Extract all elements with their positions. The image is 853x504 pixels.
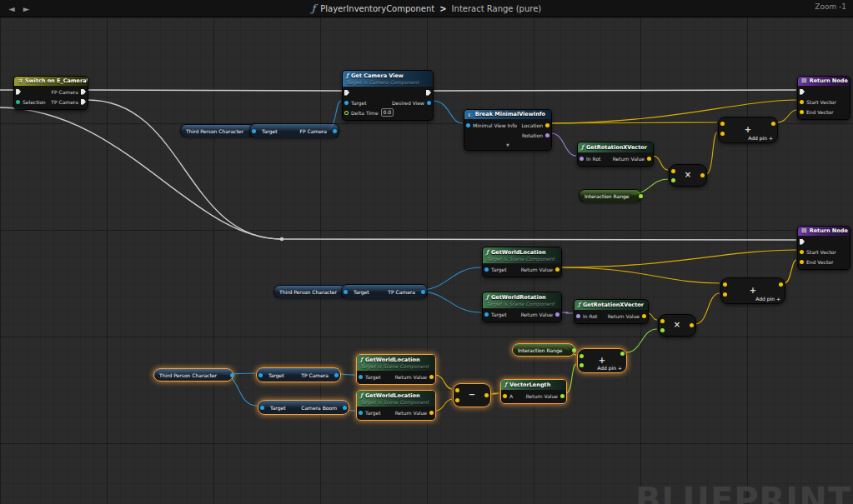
pin-object[interactable] (334, 373, 339, 377)
node-return-node-top[interactable]: ▤Return NodeStart VectorEnd Vector (797, 76, 850, 120)
collapse-arrow-icon[interactable]: ▼ (464, 142, 551, 150)
pin-object[interactable] (344, 101, 349, 105)
pin-exec-icon[interactable] (426, 90, 431, 96)
node-get-fp-camera[interactable]: TargetFP Camera (249, 123, 339, 138)
pin-vector[interactable] (660, 319, 665, 323)
pin-exec-icon[interactable] (800, 89, 805, 95)
pin-object[interactable] (252, 129, 256, 133)
back-icon[interactable]: ◄ (8, 4, 15, 13)
node-get-world-location-mid[interactable]: ƒGetWorldLocationTarget is Scene Compone… (482, 247, 562, 277)
pin-vector[interactable] (545, 123, 549, 127)
pin-vector[interactable] (455, 388, 459, 392)
pin-vector[interactable] (800, 100, 804, 104)
pin-float[interactable] (671, 178, 675, 182)
pin-vector[interactable] (700, 173, 705, 177)
pin-float[interactable] (620, 352, 625, 356)
pin-object[interactable] (230, 373, 234, 377)
add-pin-button[interactable]: Add pin + (597, 365, 622, 371)
node-add-float-selected[interactable]: +Add pin + (577, 348, 627, 373)
pin-exec-icon[interactable] (800, 239, 805, 245)
node-get-rotation-x-vector-bottom[interactable]: ƒGetRotationXVectorIn RotReturn Value (574, 299, 649, 324)
node-get-world-location-1[interactable]: ƒGetWorldLocationTarget is Scene Compone… (356, 354, 436, 385)
pin-vector[interactable] (484, 393, 489, 397)
node-get-camera-view[interactable]: ƒGet Camera ViewTarget is Camera Compone… (342, 70, 434, 121)
node-get-world-location-2[interactable]: ƒGetWorldLocationTarget is Scene Compone… (356, 390, 436, 421)
pin-rotator[interactable] (555, 312, 559, 317)
node-break-minimalviewinfo[interactable]: ◧Break MinimalViewInfoMinimal View InfoL… (464, 109, 552, 151)
pin-object[interactable] (421, 290, 425, 294)
node-subtract-selected[interactable]: − (453, 383, 491, 407)
node-interaction-range-selected[interactable]: Interaction Range (512, 343, 575, 357)
add-pin-button[interactable]: Add pin + (755, 296, 780, 302)
pin-vector[interactable] (771, 122, 775, 126)
pin-object[interactable] (344, 290, 348, 294)
pin-vector[interactable] (555, 267, 559, 272)
node-get-camera-boom-selected[interactable]: TargetCamera Boom (258, 400, 349, 415)
node-get-rotation-x-vector-top[interactable]: ƒGetRotationXVectorIn RotReturn Value (577, 142, 654, 167)
pin-vector[interactable] (503, 394, 507, 398)
node-multiply-bottom[interactable]: × (658, 314, 696, 337)
add-pin-button[interactable]: Add pin + (748, 135, 773, 141)
pin-object[interactable] (427, 101, 431, 105)
forward-icon[interactable]: ► (23, 4, 30, 13)
pin-exec-icon[interactable] (344, 90, 349, 96)
pin-float[interactable] (639, 194, 643, 198)
pin-object[interactable] (484, 267, 489, 272)
pin-vector[interactable] (429, 411, 434, 415)
f-icon: ƒ (504, 381, 507, 388)
node-third-person-character-1[interactable]: Third Person Character (180, 124, 255, 137)
node-get-tp-camera-mid[interactable]: TargetTP Camera (341, 284, 428, 299)
pin-float[interactable] (344, 111, 349, 115)
pin-vector[interactable] (455, 398, 459, 402)
node-get-tp-camera-selected[interactable]: TargetTP Camera (256, 367, 341, 382)
pin-object[interactable] (333, 129, 337, 133)
node-add-vector-top[interactable]: +Add pin + (718, 117, 778, 143)
pin-vector[interactable] (779, 282, 783, 287)
node-add-vector-bottom[interactable]: +Add pin + (720, 277, 785, 304)
pin-exec-icon[interactable] (16, 89, 21, 95)
node-vector-length[interactable]: ƒVectorLengthAReturn Value (500, 379, 567, 404)
default-value-input[interactable]: 0.0 (381, 108, 394, 117)
pin-float[interactable] (660, 328, 665, 332)
pin-vector[interactable] (800, 260, 804, 264)
pin-rotator[interactable] (576, 314, 580, 318)
pin-vector[interactable] (800, 110, 804, 114)
graph-canvas[interactable]: ⇉Switch on E_CameraViewFP CameraSelectio… (0, 0, 853, 504)
pin-enum[interactable] (16, 100, 20, 104)
pin-vector[interactable] (720, 132, 725, 136)
pin-float[interactable] (580, 363, 584, 367)
pin-float[interactable] (580, 354, 584, 358)
pin-vector[interactable] (723, 292, 727, 297)
pin-vector[interactable] (642, 314, 646, 318)
pin-vector[interactable] (720, 122, 725, 126)
pin-label: In Rot (583, 313, 597, 319)
node-get-world-rotation[interactable]: ƒGetWorldRotationTarget is Scene Compone… (482, 292, 562, 322)
pin-object[interactable] (484, 312, 489, 317)
pin-vector[interactable] (690, 323, 694, 327)
node-third-person-character-2[interactable]: Third Person Character (273, 285, 347, 298)
pin-float[interactable] (572, 348, 576, 352)
pin-float[interactable] (560, 394, 564, 398)
pin-vector[interactable] (429, 375, 434, 379)
node-multiply-top[interactable]: × (669, 164, 707, 187)
pin-rotator[interactable] (545, 133, 549, 137)
pin-label: FP Camera (51, 89, 78, 95)
pin-exec-icon[interactable] (81, 89, 86, 95)
node-return-node-bottom[interactable]: ▤Return NodeStart VectorEnd Vector (797, 226, 850, 270)
node-switch-on-e-cameraview[interactable]: ⇉Switch on E_CameraViewFP CameraSelectio… (13, 76, 88, 110)
node-interaction-range-top[interactable]: Interaction Range (579, 189, 642, 202)
pin-vector[interactable] (647, 157, 651, 161)
pin-object[interactable] (260, 406, 264, 410)
nav-arrows: ◄ ► (8, 4, 29, 13)
pin-vector[interactable] (800, 250, 804, 254)
pin-object[interactable] (258, 373, 263, 377)
node-third-person-character-3[interactable]: Third Person Character (153, 368, 233, 382)
pin-rotator[interactable] (580, 157, 584, 161)
pin-object[interactable] (466, 123, 470, 127)
pin-object[interactable] (359, 375, 363, 379)
pin-vector[interactable] (723, 282, 727, 287)
pin-exec-icon[interactable] (81, 99, 86, 105)
pin-object[interactable] (343, 406, 347, 410)
pin-vector[interactable] (671, 169, 675, 173)
pin-object[interactable] (359, 411, 363, 415)
